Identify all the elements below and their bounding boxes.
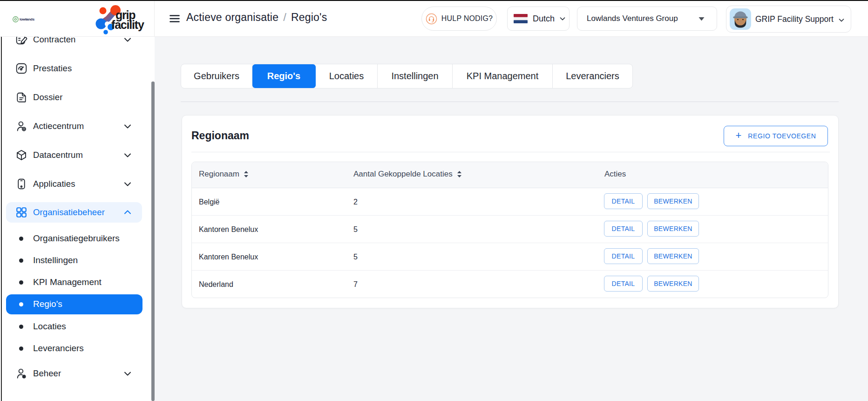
svg-text:facility: facility (111, 18, 144, 31)
